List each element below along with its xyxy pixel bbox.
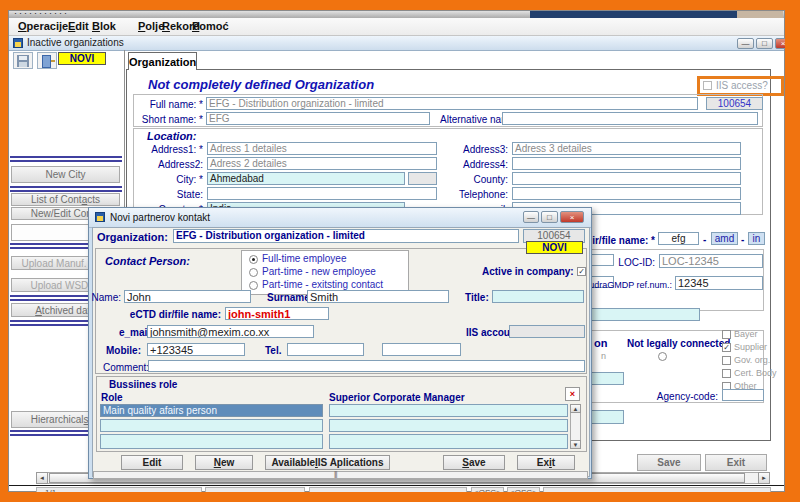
ectd-field-3[interactable]: in	[748, 232, 765, 245]
menu-operacije[interactable]: Operacije	[18, 18, 68, 35]
desktop-frame-left	[0, 0, 8, 502]
menu-edit[interactable]: Edit	[68, 18, 89, 35]
tel-field[interactable]	[287, 343, 364, 356]
floppy-icon	[16, 55, 30, 67]
title-label: Title:	[465, 292, 489, 304]
dialog-save-button[interactable]: Save	[443, 455, 505, 470]
iis-access-checkbox[interactable]	[703, 81, 712, 90]
mobile-field[interactable]: +123345	[147, 343, 245, 356]
roles-scroll-down[interactable]: ▼	[570, 440, 581, 449]
active-in-company-checkbox[interactable]: ✓	[577, 267, 586, 276]
dialog-close-button[interactable]: ×	[560, 211, 584, 223]
dialog-hscrollbar[interactable]	[93, 471, 588, 479]
sidebar-list-contacts-button[interactable]: List of Contacts	[11, 193, 120, 206]
scm-row[interactable]	[329, 419, 568, 432]
part-time-existing-radio[interactable]	[249, 281, 258, 290]
city-code-field[interactable]	[408, 172, 437, 185]
supplier-checkbox[interactable]: ✓	[722, 343, 731, 352]
door-icon	[41, 55, 55, 68]
supplier-label: Supplier	[734, 342, 767, 352]
maximize-button[interactable]: □	[756, 38, 773, 49]
full-time-radio[interactable]	[249, 255, 258, 264]
roles-header: Bussiines role	[109, 379, 177, 391]
sidebar-new-city-button[interactable]: New City	[11, 166, 120, 183]
page-title: Not completely defined Organization	[148, 79, 374, 91]
org-exit-button[interactable]: Exit	[705, 454, 767, 471]
scroll-right-arrow[interactable]: ►	[758, 472, 770, 484]
role-row-selected[interactable]: Main quality afairs person	[100, 404, 323, 417]
county-field[interactable]	[512, 172, 741, 185]
hidden-label-stub2: n	[601, 351, 606, 361]
location-label: Location:	[147, 130, 197, 142]
scm-row[interactable]	[329, 434, 568, 449]
surname-field[interactable]: Smith	[307, 290, 449, 303]
dialog-minimize-button[interactable]: —	[523, 211, 539, 223]
org-save-button[interactable]: Save	[637, 454, 701, 471]
menubar	[9, 18, 784, 36]
scm-row[interactable]	[329, 404, 568, 417]
address1-field[interactable]: Adress 1 detailes	[207, 142, 437, 155]
scroll-left-arrow[interactable]: ◄	[36, 472, 48, 484]
iis-access-label: IIS access?	[716, 80, 768, 91]
novi-button[interactable]: NOVI	[58, 52, 106, 65]
roles-scroll-up[interactable]: ▲	[570, 404, 581, 413]
menu-blok[interactable]: Blok	[92, 18, 116, 35]
dialog-email-field[interactable]: johnsmith@mexim.co.xx	[147, 325, 314, 338]
name-label: Name:	[89, 292, 121, 304]
delete-row-icon[interactable]: ×	[565, 387, 580, 401]
name-field[interactable]: John	[124, 290, 251, 303]
address2-field[interactable]: Adress 2 detailes	[207, 157, 437, 170]
dialog-hscrollbar-grip[interactable]: |||	[334, 470, 336, 477]
address4-field[interactable]	[512, 157, 741, 170]
full-name-field[interactable]: EFG - Distribution organization - limite…	[206, 97, 698, 110]
contact-dialog: Novi partnerov kontakt — □ × Organizatio…	[88, 207, 592, 479]
address3-field[interactable]: Adress 3 detailes	[512, 142, 741, 155]
dialog-title: Novi partnerov kontakt	[110, 212, 210, 223]
full-time-label: Full-time employee	[262, 253, 346, 264]
tel2-field[interactable]	[382, 343, 461, 356]
bayer-checkbox[interactable]	[722, 330, 731, 339]
minimize-button[interactable]: —	[737, 38, 754, 49]
ectd-field-1[interactable]: efg	[658, 232, 699, 245]
comment-field[interactable]	[148, 360, 585, 372]
role-row[interactable]	[100, 419, 323, 432]
not-legally-radio[interactable]	[658, 352, 667, 361]
dialog-ectd-field[interactable]: john-smith1	[225, 307, 329, 320]
dialog-org-field[interactable]: EFG - Distribution organization - limite…	[173, 229, 519, 243]
part-time-new-radio[interactable]	[249, 268, 258, 277]
dialog-new-button[interactable]: New	[195, 455, 253, 470]
save-tool-button[interactable]	[13, 52, 33, 69]
state-field[interactable]	[207, 187, 437, 200]
mobile-label: Mobile:	[101, 345, 141, 357]
dialog-email-label: e_mail	[119, 327, 150, 339]
telephone-field[interactable]	[512, 187, 741, 200]
menu-pomoc[interactable]: Pomoć	[192, 18, 229, 35]
role-column-header: Role	[101, 392, 123, 404]
address2-label: Address2:	[108, 159, 203, 171]
title-field[interactable]	[492, 290, 584, 303]
statusbar-topline	[9, 485, 784, 486]
cert-body-checkbox[interactable]	[722, 369, 731, 378]
dialog-maximize-button[interactable]: □	[541, 211, 558, 223]
eudra-field[interactable]: 12345	[675, 276, 763, 290]
exit-tool-button[interactable]	[37, 52, 57, 69]
tab-organization[interactable]: Organization	[128, 52, 197, 70]
agency-code-field[interactable]	[722, 389, 764, 401]
dialog-edit-button[interactable]: Edit	[121, 455, 183, 470]
dialog-novi-button[interactable]: NOVI	[526, 241, 583, 254]
dialog-org-label: Organization:	[97, 231, 168, 243]
dialog-exit-button[interactable]: Exit	[517, 455, 575, 470]
short-name-label: Short name: *	[118, 114, 203, 126]
dialog-icon	[95, 212, 105, 222]
part-time-new-label: Part-time - new employee	[262, 266, 376, 277]
dialog-available-iis-button[interactable]: Available IIS Aplications	[265, 455, 390, 470]
loc-id-field[interactable]: LOC-12345	[659, 254, 763, 268]
short-name-field[interactable]: EFG	[206, 112, 430, 125]
role-row[interactable]	[100, 434, 323, 449]
gov-org-checkbox[interactable]	[722, 356, 731, 365]
city-field[interactable]: Ahmedabad	[207, 172, 405, 185]
ectd-field-2[interactable]: amd	[711, 232, 738, 245]
tel-label: Tel.	[265, 345, 281, 357]
alt-name-field[interactable]	[502, 112, 758, 125]
menu-polje[interactable]: Polje	[138, 18, 164, 35]
